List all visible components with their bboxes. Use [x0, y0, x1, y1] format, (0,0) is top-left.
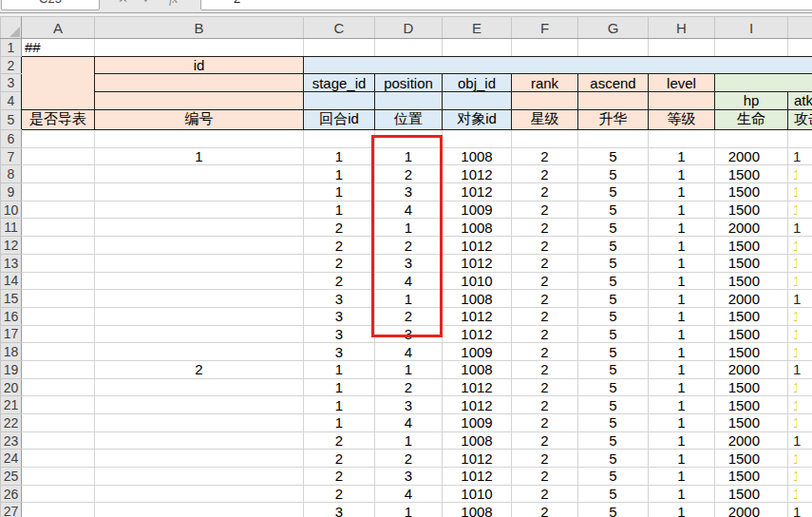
cell-H8[interactable]: 1 — [649, 165, 715, 183]
col-header-F[interactable]: F — [512, 17, 578, 39]
cell-H16[interactable]: 1 — [649, 307, 715, 325]
cell-J18[interactable]: 1 — [788, 343, 812, 361]
row-header-7[interactable]: 7 — [1, 147, 22, 165]
cell-I27[interactable]: 2000 — [715, 503, 788, 517]
cell-B7[interactable]: 1 — [95, 147, 304, 165]
cell-B1[interactable] — [95, 39, 304, 57]
cell-F20[interactable]: 2 — [512, 378, 578, 396]
cell-G13[interactable]: 5 — [578, 254, 649, 272]
cell-I7[interactable]: 2000 — [715, 147, 788, 165]
cell-C7[interactable]: 1 — [304, 147, 375, 165]
cell-B25[interactable] — [95, 468, 304, 486]
col-header-H[interactable]: H — [649, 17, 715, 39]
cell-J8[interactable]: 1 — [788, 165, 812, 183]
cell-I1[interactable] — [715, 39, 788, 57]
cell-G12[interactable]: 5 — [578, 237, 649, 255]
cell-A20[interactable] — [22, 378, 95, 396]
cell-C8[interactable]: 1 — [304, 165, 375, 183]
cell-I16[interactable]: 1500 — [715, 307, 788, 325]
cell-G9[interactable]: 5 — [578, 183, 649, 201]
cell-B24[interactable] — [95, 450, 304, 468]
cell-D27[interactable]: 1 — [375, 503, 443, 517]
header-cn-obj-id[interactable]: 对象id — [443, 109, 512, 129]
cell-J16[interactable]: 1 — [788, 307, 812, 325]
cell-H27[interactable]: 1 — [649, 503, 715, 517]
cell-B20[interactable] — [95, 378, 304, 396]
cell-A26[interactable] — [22, 485, 95, 503]
row-header-15[interactable]: 15 — [1, 290, 22, 308]
cell-E25[interactable]: 1012 — [443, 468, 512, 486]
cell-F21[interactable]: 2 — [512, 396, 578, 414]
cell-J10[interactable]: 1 — [788, 201, 812, 219]
cell-E20[interactable]: 1012 — [443, 378, 512, 396]
cell-D1[interactable] — [375, 39, 443, 57]
cell-D20[interactable]: 2 — [375, 378, 443, 396]
cell-J19[interactable]: 1 — [788, 360, 812, 378]
cell-B4[interactable] — [95, 92, 304, 110]
cell-B19[interactable]: 2 — [95, 360, 304, 378]
col-header-E[interactable]: E — [443, 17, 512, 39]
cell-E4[interactable] — [443, 92, 512, 110]
cell-G21[interactable]: 5 — [578, 396, 649, 414]
cell-B27[interactable] — [95, 503, 304, 517]
cell-I11[interactable]: 2000 — [715, 219, 788, 237]
cell-E12[interactable]: 1012 — [443, 237, 512, 255]
cell-F14[interactable]: 2 — [512, 272, 578, 290]
cell-I22[interactable]: 1500 — [715, 414, 788, 432]
cell-A17[interactable] — [22, 325, 95, 343]
cell-E10[interactable]: 1009 — [443, 201, 512, 219]
cell-F25[interactable]: 2 — [512, 468, 578, 486]
cell-D11[interactable]: 1 — [375, 219, 443, 237]
cell-H12[interactable]: 1 — [649, 237, 715, 255]
cell-F22[interactable]: 2 — [512, 414, 578, 432]
cell-C14[interactable]: 2 — [304, 272, 375, 290]
cell-J15[interactable]: 1 — [788, 290, 812, 308]
cell-F18[interactable]: 2 — [512, 343, 578, 361]
cell-H14[interactable]: 1 — [649, 272, 715, 290]
cell-C17[interactable]: 3 — [304, 325, 375, 343]
cell-A12[interactable] — [22, 237, 95, 255]
cell-F24[interactable]: 2 — [512, 450, 578, 468]
col-header-I[interactable]: I — [715, 17, 788, 39]
row-header-24[interactable]: 24 — [1, 450, 22, 468]
cell-A14[interactable] — [22, 272, 95, 290]
cell-D10[interactable]: 4 — [375, 201, 443, 219]
cell-G11[interactable]: 5 — [578, 219, 649, 237]
cell-E7[interactable]: 1008 — [443, 147, 512, 165]
cell-J23[interactable]: 1 — [788, 431, 812, 450]
header-stage-id[interactable]: stage_id — [304, 74, 375, 92]
cell-F7[interactable]: 2 — [512, 147, 578, 165]
cell-I18[interactable]: 1500 — [715, 343, 788, 361]
cell-F16[interactable]: 2 — [512, 307, 578, 325]
header-cn-atk[interactable]: 攻击 — [788, 109, 812, 129]
cell-E26[interactable]: 1010 — [443, 485, 512, 503]
header-cn-ascend[interactable]: 升华 — [578, 109, 649, 129]
row-header-13[interactable]: 13 — [1, 254, 22, 272]
cell-F11[interactable]: 2 — [512, 219, 578, 237]
cell-G20[interactable]: 5 — [578, 378, 649, 396]
cell-C13[interactable]: 2 — [304, 254, 375, 272]
cell-G19[interactable]: 5 — [578, 360, 649, 378]
cell-A6[interactable] — [22, 130, 95, 148]
cell-B2-id[interactable]: id — [95, 56, 304, 74]
cell-A2-merged[interactable] — [22, 56, 95, 109]
cell-J26[interactable]: 1 — [788, 485, 812, 503]
cell-D9[interactable]: 3 — [375, 183, 443, 201]
row-header-6[interactable]: 6 — [1, 130, 22, 148]
cell-I20[interactable]: 1500 — [715, 378, 788, 396]
cell-E17[interactable]: 1012 — [443, 325, 512, 343]
cell-F13[interactable]: 2 — [512, 254, 578, 272]
cell-J11[interactable]: 1 — [788, 219, 812, 237]
cell-J12[interactable]: 1 — [788, 237, 812, 255]
row-header-2[interactable]: 2 — [1, 56, 22, 74]
cell-D4[interactable] — [375, 92, 443, 110]
cell-H7[interactable]: 1 — [649, 147, 715, 165]
cell-C4[interactable] — [304, 92, 375, 110]
cell-D16[interactable]: 2 — [375, 307, 443, 325]
cell-A8[interactable] — [22, 165, 95, 183]
cell-I26[interactable]: 1500 — [715, 485, 788, 503]
cell-G1[interactable] — [578, 39, 649, 57]
cell-B17[interactable] — [95, 325, 304, 343]
enter-icon[interactable]: ✓ — [142, 0, 153, 6]
cell-G14[interactable]: 5 — [578, 272, 649, 290]
